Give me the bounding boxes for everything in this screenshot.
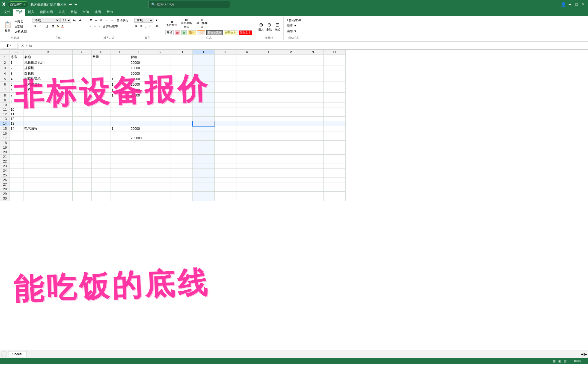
- row-header-24[interactable]: 24: [0, 169, 10, 173]
- cell[interactable]: [280, 182, 302, 187]
- cell[interactable]: [280, 93, 302, 98]
- cell[interactable]: [23, 141, 73, 145]
- cell[interactable]: [149, 159, 171, 164]
- cell[interactable]: 14: [10, 126, 23, 131]
- cell[interactable]: [111, 150, 130, 155]
- cell[interactable]: [236, 76, 258, 82]
- cell[interactable]: [73, 60, 92, 65]
- row-header-15[interactable]: 15: [0, 126, 10, 131]
- cell[interactable]: [324, 126, 346, 131]
- cell[interactable]: [23, 150, 73, 155]
- cell[interactable]: [130, 150, 149, 155]
- cell[interactable]: [258, 103, 280, 107]
- cell[interactable]: [193, 169, 215, 173]
- cell[interactable]: [111, 98, 130, 103]
- format-button[interactable]: ⊟ 格式: [274, 21, 281, 32]
- cell[interactable]: [302, 65, 324, 71]
- cell[interactable]: [324, 76, 346, 82]
- zoom-out-button[interactable]: −: [569, 359, 571, 363]
- cell[interactable]: [130, 121, 149, 126]
- cell[interactable]: [324, 173, 346, 178]
- row-header-2[interactable]: 2: [0, 60, 10, 65]
- cell[interactable]: [236, 169, 258, 173]
- row-header-6[interactable]: 6: [0, 82, 10, 87]
- cell[interactable]: 11: [10, 112, 23, 117]
- cell[interactable]: [193, 150, 215, 155]
- cell[interactable]: [73, 196, 92, 201]
- cell[interactable]: [111, 169, 130, 173]
- cell[interactable]: [92, 82, 111, 87]
- cell[interactable]: [73, 107, 92, 112]
- cell[interactable]: [280, 155, 302, 159]
- row-header-26[interactable]: 26: [0, 178, 10, 182]
- cell[interactable]: [149, 178, 171, 182]
- cell[interactable]: [149, 136, 171, 141]
- cell[interactable]: [171, 182, 193, 187]
- cell[interactable]: [193, 155, 215, 159]
- cell[interactable]: [215, 187, 236, 192]
- cell[interactable]: [92, 60, 111, 65]
- cell[interactable]: [258, 71, 280, 76]
- cell[interactable]: [236, 87, 258, 93]
- cell[interactable]: [111, 159, 130, 164]
- cell[interactable]: [73, 93, 92, 98]
- cell[interactable]: [111, 155, 130, 159]
- style-check[interactable]: 检查单元格: [206, 30, 223, 35]
- cell[interactable]: [280, 169, 302, 173]
- cell[interactable]: [280, 60, 302, 65]
- cell[interactable]: [258, 187, 280, 192]
- cell[interactable]: [324, 150, 346, 155]
- cell[interactable]: [324, 192, 346, 196]
- cell[interactable]: [324, 93, 346, 98]
- conditional-format-button[interactable]: ▦ 条件格式: [165, 20, 178, 28]
- cell[interactable]: [23, 103, 73, 107]
- cell[interactable]: [130, 112, 149, 117]
- scroll-left-button[interactable]: ◀: [581, 352, 583, 356]
- row-header-4[interactable]: 4: [0, 71, 10, 76]
- cell[interactable]: [111, 196, 130, 201]
- cell[interactable]: [258, 121, 280, 126]
- cell[interactable]: [23, 131, 73, 136]
- cell[interactable]: [10, 173, 23, 178]
- cell[interactable]: [111, 187, 130, 192]
- cell[interactable]: [73, 87, 92, 93]
- tab-help[interactable]: 帮助: [104, 9, 116, 16]
- cell[interactable]: [73, 164, 92, 169]
- cell[interactable]: [258, 55, 280, 60]
- cell[interactable]: [10, 155, 23, 159]
- cell[interactable]: [171, 87, 193, 93]
- cell[interactable]: [92, 173, 111, 178]
- cell[interactable]: [302, 117, 324, 121]
- cell[interactable]: 1: [111, 87, 130, 93]
- cell[interactable]: 10000: [130, 76, 149, 82]
- close-button[interactable]: ✕: [580, 2, 586, 7]
- cell[interactable]: [149, 187, 171, 192]
- row-header-25[interactable]: 25: [0, 173, 10, 178]
- percent-button[interactable]: %: [139, 24, 144, 29]
- row-header-13[interactable]: 13: [0, 117, 10, 121]
- cell[interactable]: [324, 155, 346, 159]
- cell[interactable]: [324, 178, 346, 182]
- cell[interactable]: [92, 169, 111, 173]
- cell[interactable]: [130, 131, 149, 136]
- col-header-E[interactable]: E: [111, 50, 130, 55]
- cell[interactable]: [215, 65, 236, 71]
- cell[interactable]: [280, 131, 302, 136]
- cell[interactable]: [302, 173, 324, 178]
- cell[interactable]: [258, 126, 280, 131]
- cell[interactable]: 主机: [23, 87, 73, 93]
- cell[interactable]: [236, 196, 258, 201]
- cell[interactable]: [73, 150, 92, 155]
- cell[interactable]: [280, 164, 302, 169]
- indent-decrease-button[interactable]: ←: [104, 18, 109, 23]
- cell[interactable]: [111, 131, 130, 136]
- align-middle-button[interactable]: ⇔: [94, 18, 98, 23]
- cell[interactable]: [258, 117, 280, 121]
- cell[interactable]: 50000: [130, 71, 149, 76]
- cell[interactable]: [130, 182, 149, 187]
- cell[interactable]: [215, 196, 236, 201]
- cell[interactable]: [193, 173, 215, 178]
- font-size-select[interactable]: 11: [60, 18, 71, 23]
- col-header-H[interactable]: H: [171, 50, 193, 55]
- cell[interactable]: [324, 103, 346, 107]
